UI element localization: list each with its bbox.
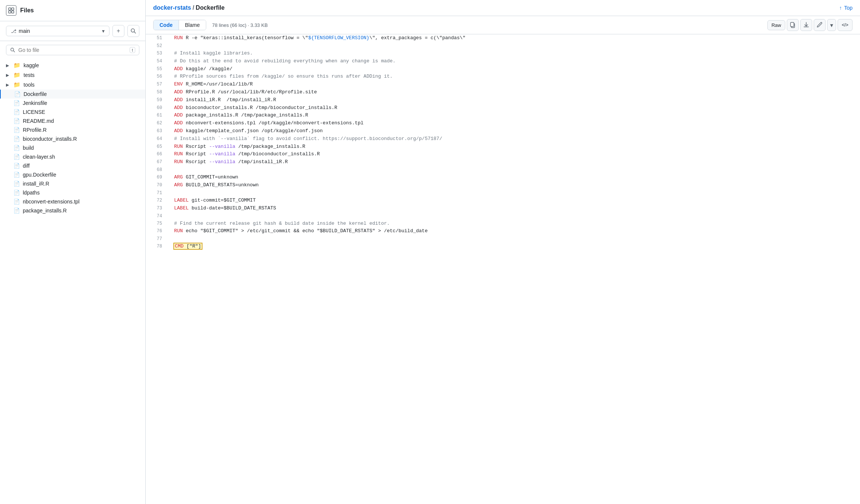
tree-file-readme[interactable]: ▶ 📄 README.md xyxy=(0,116,145,125)
tree-item-label: gpu.Dockerfile xyxy=(23,172,56,178)
search-files-button[interactable] xyxy=(127,25,139,37)
table-row: 58ADD RProfile.R /usr/local/lib/R/etc/Rp… xyxy=(146,88,860,96)
raw-button[interactable]: Raw xyxy=(767,20,785,30)
tree-file-diff[interactable]: ▶ 📄 diff xyxy=(0,161,145,170)
tree-file-ldpaths[interactable]: ▶ 📄 ldpaths xyxy=(0,188,145,197)
tree-item-label: bioconductor_installs.R xyxy=(23,136,77,142)
tree-folder-tests[interactable]: ▶ 📁 tests xyxy=(0,70,145,80)
tree-file-bioconductor[interactable]: ▶ 📄 bioconductor_installs.R xyxy=(0,134,145,143)
table-row: 74 xyxy=(146,212,860,220)
table-row: 55ADD kaggle/ /kaggle/ xyxy=(146,65,860,73)
line-number: 55 xyxy=(146,65,168,73)
branch-button[interactable]: ⎇ main ▾ xyxy=(6,26,109,36)
line-number: 51 xyxy=(146,34,168,42)
chevron-down-icon: ▾ xyxy=(102,28,105,34)
line-number: 64 xyxy=(146,135,168,143)
tree-file-install-ir[interactable]: ▶ 📄 install_iR.R xyxy=(0,179,145,188)
tree-folder-tools[interactable]: ▶ 📁 tools xyxy=(0,80,145,90)
line-content: # Install with `--vanilla` flag to avoid… xyxy=(168,135,860,143)
tree-file-license[interactable]: ▶ 📄 LICENSE xyxy=(0,108,145,116)
file-icon: 📄 xyxy=(13,208,20,214)
search-input[interactable] xyxy=(18,47,127,53)
edit-button[interactable] xyxy=(814,19,826,31)
sidebar-title: Files xyxy=(20,7,34,14)
file-icon: 📄 xyxy=(13,199,20,205)
file-icon: 📄 xyxy=(13,127,20,133)
tree-file-jenkinsfile[interactable]: ▶ 📄 Jenkinsfile xyxy=(0,99,145,108)
file-icon: 📄 xyxy=(13,118,20,124)
table-row: 64# Install with `--vanilla` flag to avo… xyxy=(146,135,860,143)
line-content xyxy=(168,166,860,174)
table-row: 59ADD install_iR.R /tmp/install_iR.R xyxy=(146,96,860,104)
tree-item-label: nbconvert-extensions.tpl xyxy=(23,199,80,205)
line-number: 54 xyxy=(146,57,168,65)
tree-folder-kaggle[interactable]: ▶ 📁 kaggle xyxy=(0,60,145,70)
table-row: 56# RProfile sources files from /kaggle/… xyxy=(146,73,860,81)
line-content: LABEL git-commit=$GIT_COMMIT xyxy=(168,197,860,205)
folder-icon: 📁 xyxy=(13,81,21,88)
line-content: ADD package_installs.R /tmp/package_inst… xyxy=(168,112,860,119)
toolbar-actions: Raw ▾ </> xyxy=(767,19,853,31)
tree-item-label: package_installs.R xyxy=(23,208,67,214)
line-number: 73 xyxy=(146,205,168,212)
line-content: ADD install_iR.R /tmp/install_iR.R xyxy=(168,96,860,104)
line-content: ARG GIT_COMMIT=unknown xyxy=(168,174,860,181)
copy-raw-button[interactable] xyxy=(787,19,799,31)
tree-item-label: diff xyxy=(23,163,30,169)
chevron-right-icon: ▶ xyxy=(6,83,10,87)
tab-code[interactable]: Code xyxy=(154,20,179,30)
tree-file-nbconvert[interactable]: ▶ 📄 nbconvert-extensions.tpl xyxy=(0,197,145,206)
branch-selector: ⎇ main ▾ + xyxy=(0,21,145,41)
goto-file-search[interactable]: t xyxy=(6,45,139,55)
add-file-button[interactable]: + xyxy=(112,25,124,37)
tree-file-dockerfile[interactable]: ▶ 📄 Dockerfile xyxy=(0,90,145,99)
line-content: ADD bioconductor_installs.R /tmp/biocond… xyxy=(168,104,860,112)
line-number: 78 xyxy=(146,243,168,251)
line-content: ADD nbconvert-extensions.tpl /opt/kaggle… xyxy=(168,119,860,127)
line-content: RUN R -e "keras::install_keras(tensorflo… xyxy=(168,34,860,42)
tree-item-label: README.md xyxy=(23,118,54,124)
table-row: 52 xyxy=(146,42,860,50)
chevron-down-icon: ▾ xyxy=(830,22,833,29)
line-number: 67 xyxy=(146,158,168,166)
code-view[interactable]: 51RUN R -e "keras::install_keras(tensorf… xyxy=(146,34,860,504)
download-icon xyxy=(803,22,809,28)
table-row: 60ADD bioconductor_installs.R /tmp/bioco… xyxy=(146,104,860,112)
pencil-icon xyxy=(817,22,823,28)
table-row: 78CMD ["R"] xyxy=(146,243,860,251)
line-number: 68 xyxy=(146,166,168,174)
tree-file-gpu-dockerfile[interactable]: ▶ 📄 gpu.Dockerfile xyxy=(0,170,145,179)
tree-item-label: LICENSE xyxy=(23,109,45,115)
view-tab-group: Code Blame xyxy=(153,20,206,30)
tree-file-clean-layer[interactable]: ▶ 📄 clean-layer.sh xyxy=(0,152,145,161)
download-button[interactable] xyxy=(800,19,812,31)
tab-blame[interactable]: Blame xyxy=(179,20,206,30)
line-content: LABEL build-date=$BUILD_DATE_RSTATS xyxy=(168,205,860,212)
top-link[interactable]: ↑ Top xyxy=(839,5,853,11)
table-row: 71 xyxy=(146,189,860,197)
line-number: 63 xyxy=(146,127,168,135)
line-number: 69 xyxy=(146,174,168,181)
more-options-button[interactable]: ▾ xyxy=(827,19,836,31)
breadcrumb: docker-rstats / Dockerfile xyxy=(153,4,225,11)
line-number: 60 xyxy=(146,104,168,112)
tree-file-package-installs[interactable]: ▶ 📄 package_installs.R xyxy=(0,206,145,215)
table-row: 53# Install kaggle libraries. xyxy=(146,50,860,57)
line-content: # Install kaggle libraries. xyxy=(168,50,860,57)
folder-icon: 📁 xyxy=(13,62,21,69)
tree-file-rprofile[interactable]: ▶ 📄 RProfile.R xyxy=(0,125,145,134)
breadcrumb-filename: Dockerfile xyxy=(196,4,225,11)
tree-item-label: install_iR.R xyxy=(23,181,49,187)
tree-file-build[interactable]: ▶ 📄 build xyxy=(0,143,145,152)
line-number: 76 xyxy=(146,227,168,235)
top-label: Top xyxy=(844,5,853,11)
svg-rect-9 xyxy=(791,22,794,27)
line-number: 62 xyxy=(146,119,168,127)
file-meta: 78 lines (66 loc) · 3.33 KB xyxy=(212,22,268,28)
file-icon: 📄 xyxy=(13,109,20,115)
file-icon: 📄 xyxy=(13,190,20,196)
symbols-button[interactable]: </> xyxy=(838,19,853,31)
repo-link[interactable]: docker-rstats xyxy=(153,4,191,11)
svg-line-7 xyxy=(13,51,15,52)
symbols-icon: </> xyxy=(842,22,848,28)
